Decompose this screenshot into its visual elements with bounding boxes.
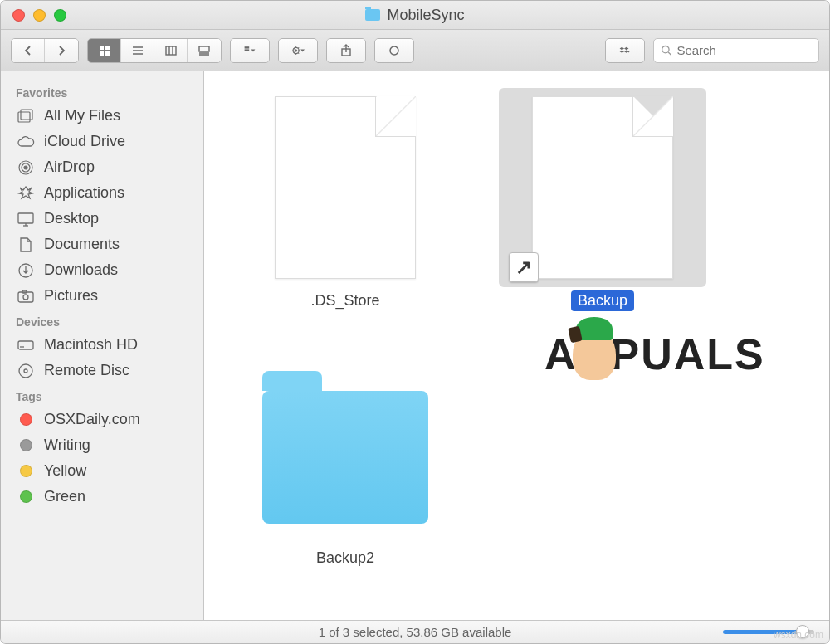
- sidebar-item-label: Yellow: [44, 462, 86, 480]
- folder-icon: [365, 9, 380, 21]
- dropbox-button[interactable]: [606, 39, 644, 62]
- file-backup2[interactable]: Backup2: [229, 337, 461, 569]
- airdrop-icon: [16, 159, 36, 176]
- search-icon: [661, 44, 671, 56]
- svg-line-22: [668, 52, 671, 55]
- minimize-window-button[interactable]: [33, 9, 46, 22]
- sidebar-tag-osxdaily[interactable]: OSXDaily.com: [1, 407, 203, 432]
- sidebar-section-devices: Devices: [1, 309, 203, 332]
- svg-rect-35: [18, 341, 33, 349]
- window-title: MobileSync: [387, 7, 464, 24]
- downloads-icon: [16, 262, 36, 279]
- disc-icon: [16, 363, 36, 379]
- coverflow-view-button[interactable]: [188, 39, 221, 62]
- file-ds-store[interactable]: .DS_Store: [229, 80, 461, 312]
- statusbar: 1 of 3 selected, 53.86 GB available: [1, 620, 829, 643]
- svg-rect-16: [247, 49, 249, 51]
- file-label: Backup2: [310, 548, 381, 568]
- sidebar-tag-green[interactable]: Green: [1, 484, 203, 510]
- tag-dot-icon: [16, 463, 36, 480]
- sidebar-section-tags: Tags: [1, 383, 203, 407]
- sidebar-item-all-my-files[interactable]: All My Files: [1, 103, 203, 129]
- svg-rect-3: [105, 51, 110, 56]
- sidebar-item-label: All My Files: [44, 107, 120, 124]
- file-label: Backup: [571, 290, 634, 311]
- pictures-icon: [16, 288, 36, 305]
- tag-dot-icon: [16, 412, 36, 428]
- svg-rect-24: [21, 110, 32, 120]
- status-text: 1 of 3 selected, 53.86 GB available: [319, 625, 512, 639]
- svg-rect-15: [245, 49, 247, 51]
- svg-point-38: [24, 369, 27, 373]
- svg-point-37: [19, 364, 32, 378]
- svg-point-27: [24, 166, 27, 169]
- alias-arrow-icon: ↗: [509, 252, 539, 282]
- share-button[interactable]: [327, 39, 365, 62]
- cloud-icon: [16, 134, 36, 150]
- sidebar-item-pictures[interactable]: Pictures: [1, 283, 203, 309]
- sidebar-item-label: Downloads: [44, 261, 118, 279]
- back-button[interactable]: [12, 39, 45, 62]
- applications-icon: [16, 185, 36, 202]
- tag-dot-icon: [16, 437, 36, 454]
- svg-rect-28: [18, 213, 33, 223]
- arrange-button[interactable]: [231, 39, 269, 62]
- svg-rect-32: [18, 292, 33, 302]
- sidebar-item-label: Desktop: [44, 210, 99, 227]
- icon-view-button[interactable]: [88, 39, 121, 62]
- sidebar-item-label: Documents: [44, 236, 120, 253]
- column-view-button[interactable]: [154, 39, 188, 62]
- svg-point-20: [390, 46, 398, 55]
- tag-dot-icon: [16, 489, 36, 505]
- all-files-icon: [16, 108, 36, 124]
- sidebar-item-applications[interactable]: Applications: [1, 180, 203, 206]
- nav-buttons: [11, 38, 79, 63]
- sidebar-item-airdrop[interactable]: AirDrop: [1, 154, 203, 180]
- arrange-group: [230, 38, 270, 63]
- documents-icon: [16, 237, 36, 253]
- fullscreen-window-button[interactable]: [54, 9, 66, 22]
- svg-rect-0: [100, 46, 104, 50]
- sidebar-item-label: Macintosh HD: [44, 336, 138, 354]
- hd-icon: [16, 337, 36, 354]
- search-input[interactable]: [676, 43, 812, 57]
- sidebar-item-label: iCloud Drive: [44, 133, 125, 150]
- close-window-button[interactable]: [12, 9, 25, 22]
- file-area[interactable]: .DS_Store ↗ Backup Backup2 APUALS: [204, 71, 829, 620]
- watermark: APUALS: [544, 329, 765, 380]
- sidebar-item-desktop[interactable]: Desktop: [1, 206, 203, 232]
- sidebar-item-documents[interactable]: Documents: [1, 232, 203, 257]
- sidebar-item-macintosh-hd[interactable]: Macintosh HD: [1, 332, 203, 358]
- svg-rect-2: [100, 51, 104, 56]
- svg-rect-7: [166, 46, 176, 55]
- svg-rect-10: [199, 46, 209, 51]
- sidebar-item-remote-disc[interactable]: Remote Disc: [1, 358, 203, 383]
- file-backup[interactable]: ↗ Backup: [486, 80, 719, 312]
- sidebar-item-label: Pictures: [44, 287, 98, 305]
- sidebar-tag-writing[interactable]: Writing: [1, 432, 203, 458]
- list-view-button[interactable]: [121, 39, 154, 62]
- desktop-icon: [16, 211, 36, 227]
- sidebar-section-favorites: Favorites: [1, 80, 203, 103]
- svg-rect-23: [18, 112, 30, 122]
- action-button[interactable]: [279, 39, 317, 62]
- sidebar-item-icloud-drive[interactable]: iCloud Drive: [1, 129, 203, 154]
- titlebar: MobileSync: [1, 1, 829, 30]
- search-field[interactable]: [653, 38, 819, 63]
- document-icon: [532, 96, 673, 279]
- sidebar-item-downloads[interactable]: Downloads: [1, 257, 203, 283]
- folder-icon: [262, 391, 428, 524]
- sidebar-item-label: Remote Disc: [44, 362, 129, 379]
- svg-rect-1: [105, 46, 110, 50]
- sidebar-tag-yellow[interactable]: Yellow: [1, 458, 203, 484]
- forward-button[interactable]: [45, 39, 78, 62]
- sidebar-item-label: Writing: [44, 437, 90, 454]
- tags-button[interactable]: [375, 39, 413, 62]
- sidebar: Favorites All My Files iCloud Drive AirD…: [1, 71, 204, 620]
- svg-point-18: [295, 49, 296, 51]
- document-icon: [275, 96, 416, 279]
- svg-point-33: [23, 295, 28, 300]
- sidebar-item-label: OSXDaily.com: [44, 411, 140, 428]
- sidebar-item-label: Applications: [44, 184, 124, 202]
- svg-point-21: [662, 46, 669, 52]
